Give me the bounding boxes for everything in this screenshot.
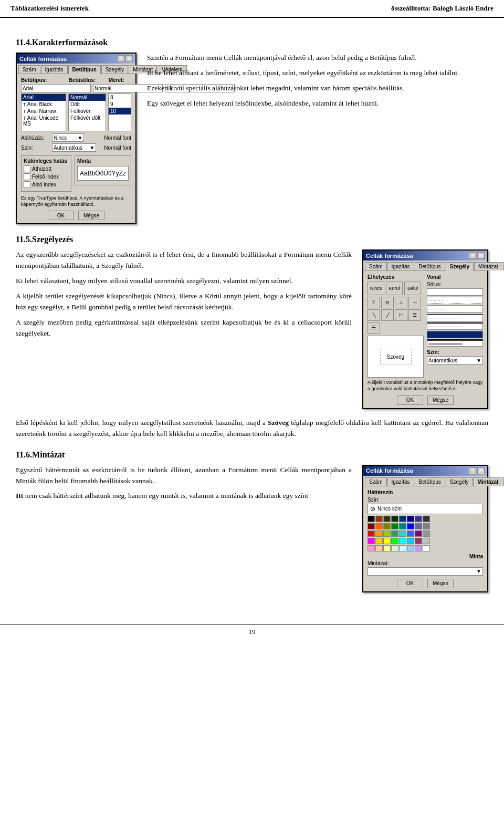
color-cell-2-7[interactable] bbox=[423, 530, 430, 537]
color-cell-1-5[interactable] bbox=[407, 523, 414, 529]
border-vmid-btn[interactable]: ☱ bbox=[368, 322, 380, 334]
btn-nincs[interactable]: Nincs bbox=[368, 282, 384, 295]
border-right-btn[interactable]: ⊢ bbox=[395, 309, 407, 321]
color-cell-2-6[interactable] bbox=[415, 530, 422, 537]
color-cell-0-2[interactable] bbox=[383, 516, 391, 522]
font-item-arial-unicode[interactable]: T Arial Unicode MS bbox=[22, 114, 66, 127]
athuzott-checkbox[interactable] bbox=[24, 165, 30, 172]
color-cell-0-0[interactable] bbox=[368, 516, 375, 522]
font-item-arial-black[interactable]: T Arial Black bbox=[22, 101, 66, 108]
titlebar-close-btn[interactable]: ✕ bbox=[125, 55, 133, 62]
border-hmid-btn[interactable]: ☰ bbox=[408, 309, 421, 321]
color-cell-2-0[interactable] bbox=[368, 530, 375, 537]
border-top-btn[interactable]: ⊤ bbox=[368, 297, 380, 308]
color-cell-4-2[interactable] bbox=[383, 545, 391, 551]
underline-dropdown[interactable]: Nincs ▼ bbox=[52, 133, 84, 142]
vonal-none[interactable] bbox=[427, 288, 483, 296]
s2-tab-szegely[interactable]: Szegély bbox=[446, 262, 474, 271]
tab-betutipus[interactable]: Betűtípus bbox=[68, 65, 101, 74]
btn-cancel-1[interactable]: Mégse bbox=[78, 211, 104, 220]
size-8[interactable]: 8 bbox=[109, 94, 131, 101]
color-cell-3-1[interactable] bbox=[375, 538, 383, 544]
color-cell-1-3[interactable] bbox=[391, 523, 398, 529]
no-color-btn[interactable]: ⊘ Nincs szín bbox=[368, 504, 483, 514]
style-listbox[interactable]: Normál Dőlt Félkövér Félkövér dőlt bbox=[68, 93, 106, 131]
color-cell-1-6[interactable] bbox=[415, 523, 422, 529]
border-left-btn[interactable]: ⊣ bbox=[408, 297, 421, 308]
s2-tab-szam[interactable]: Szám bbox=[365, 262, 387, 270]
color-cell-4-0[interactable] bbox=[368, 545, 375, 551]
vonal-dashed[interactable]: - - - - - - bbox=[427, 305, 483, 313]
color-cell-2-5[interactable] bbox=[407, 530, 414, 537]
felso-index-checkbox[interactable] bbox=[24, 173, 30, 180]
color-cell-4-3[interactable] bbox=[391, 545, 398, 551]
font-listbox[interactable]: Arial T Arial Black T Arial Narrow T Ari… bbox=[21, 93, 66, 131]
tab-igazitas[interactable]: Igazítás bbox=[41, 65, 68, 74]
s2-tab-igazitas[interactable]: Igazítás bbox=[387, 262, 414, 270]
s2-tab-mintazat[interactable]: Mintázat bbox=[474, 262, 502, 270]
s3-tab-betutipus[interactable]: Betűtípus bbox=[415, 477, 445, 486]
btn-cancel-3[interactable]: Mégse bbox=[427, 579, 454, 588]
font-item-arial-narrow[interactable]: T Arial Narrow bbox=[22, 108, 66, 114]
vonal-dotted[interactable]: · · · · · · bbox=[427, 297, 483, 304]
color-cell-0-3[interactable] bbox=[391, 516, 398, 522]
vonal-selected[interactable] bbox=[427, 331, 483, 338]
color-cell-4-7[interactable] bbox=[423, 545, 430, 551]
color-cell-3-7[interactable] bbox=[423, 538, 430, 544]
vonal-medium[interactable]: ────────── bbox=[427, 322, 483, 330]
style-felkoever-dolt[interactable]: Félkövér dőlt bbox=[69, 114, 106, 121]
btn-ok-2[interactable]: OK bbox=[397, 395, 423, 405]
s3-tab-szam[interactable]: Szám bbox=[365, 477, 387, 486]
vonal-thin[interactable]: ───────── bbox=[427, 314, 483, 321]
s3-tab-mintazat[interactable]: Mintázat bbox=[473, 477, 502, 486]
color-dropdown[interactable]: Automatikus ▼ bbox=[52, 143, 96, 152]
szin-dropdown[interactable]: Automatikus ▼ bbox=[427, 356, 483, 365]
color-cell-0-5[interactable] bbox=[407, 516, 414, 522]
color-cell-3-2[interactable] bbox=[383, 538, 391, 544]
s3-tab-szegely[interactable]: Szegély bbox=[446, 477, 473, 486]
tab-szegely[interactable]: Szegély bbox=[101, 65, 129, 74]
color-cell-3-5[interactable] bbox=[407, 538, 414, 544]
color-cell-1-7[interactable] bbox=[423, 523, 430, 529]
font-input[interactable] bbox=[21, 84, 91, 92]
color-cell-0-7[interactable] bbox=[423, 516, 430, 522]
color-cell-1-4[interactable] bbox=[399, 523, 406, 529]
size-10[interactable]: 10 bbox=[109, 108, 131, 114]
border-bot-btn[interactable]: ⊥ bbox=[395, 297, 407, 308]
also-index-checkbox[interactable] bbox=[24, 181, 30, 188]
mintazat-dropdown[interactable]: ▼ bbox=[368, 567, 483, 576]
vonal-listbox[interactable]: · · · · · · - - - - - - ───────── ──────… bbox=[427, 288, 483, 347]
color-cell-2-4[interactable] bbox=[399, 530, 406, 537]
btn-belul[interactable]: Belül bbox=[404, 282, 421, 295]
color-cell-1-0[interactable] bbox=[368, 523, 375, 529]
color-cell-4-5[interactable] bbox=[407, 545, 414, 551]
color-cell-3-4[interactable] bbox=[399, 538, 406, 544]
titlebar-help-btn[interactable]: ? bbox=[117, 55, 124, 62]
s2-tab-betutipus[interactable]: Betűtípus bbox=[415, 262, 445, 270]
color-cell-2-3[interactable] bbox=[391, 530, 398, 537]
color-cell-4-1[interactable] bbox=[375, 545, 383, 551]
btn-ok-1[interactable]: OK bbox=[48, 211, 74, 220]
s3-tab-igazitas[interactable]: Igazítás bbox=[387, 477, 414, 486]
border-diag2-btn[interactable]: ╱ bbox=[381, 309, 394, 321]
color-cell-1-2[interactable] bbox=[383, 523, 391, 529]
size-9[interactable]: 9 bbox=[109, 101, 131, 108]
color-cell-0-4[interactable] bbox=[399, 516, 406, 522]
style-felkoever[interactable]: Félkövér bbox=[69, 108, 106, 114]
tab-szam[interactable]: Szám bbox=[18, 65, 40, 74]
szegely-close-btn[interactable]: ✕ bbox=[477, 252, 485, 259]
mintazat-close-btn[interactable]: ✕ bbox=[477, 467, 485, 474]
style-normal[interactable]: Normál bbox=[69, 94, 106, 101]
vonal-double[interactable]: ══════════ bbox=[427, 339, 483, 347]
color-cell-4-6[interactable] bbox=[415, 545, 422, 551]
border-mid-btn[interactable]: ⊟ bbox=[381, 297, 394, 308]
color-cell-0-6[interactable] bbox=[415, 516, 422, 522]
color-cell-4-4[interactable] bbox=[399, 545, 406, 551]
font-item-arial[interactable]: Arial bbox=[22, 94, 66, 101]
border-diag1-btn[interactable]: ╲ bbox=[368, 309, 380, 321]
btn-cancel-2[interactable]: Mégse bbox=[427, 395, 454, 405]
color-cell-1-1[interactable] bbox=[375, 523, 383, 529]
btn-ok-3[interactable]: OK bbox=[397, 579, 423, 588]
btn-korul[interactable]: Körül bbox=[386, 282, 403, 295]
color-cell-2-2[interactable] bbox=[383, 530, 391, 537]
